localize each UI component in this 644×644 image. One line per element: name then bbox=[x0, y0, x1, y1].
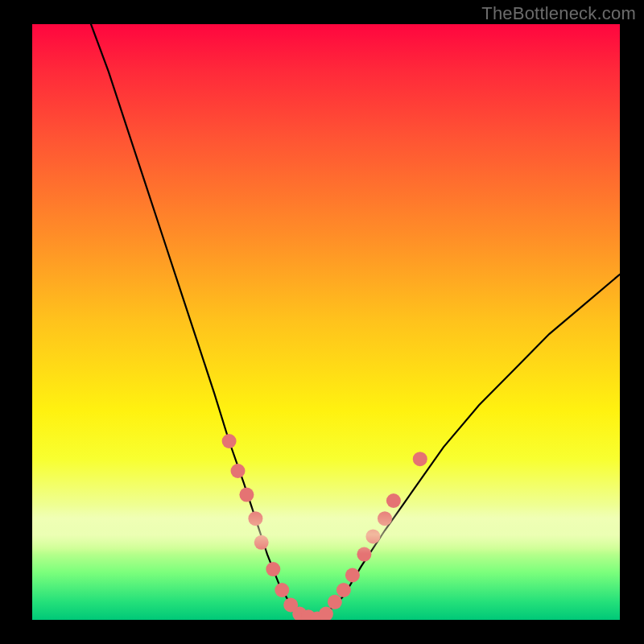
highlight-dot bbox=[357, 547, 371, 562]
curve-svg bbox=[32, 24, 620, 620]
highlight-dot bbox=[266, 562, 280, 576]
chart-container: TheBottleneck.com bbox=[0, 0, 644, 644]
plot-area bbox=[32, 24, 620, 620]
highlight-dot bbox=[386, 493, 401, 508]
highlight-dot bbox=[345, 568, 360, 583]
highlight-dot bbox=[254, 535, 269, 550]
highlight-dot bbox=[275, 583, 289, 597]
highlight-dots bbox=[222, 434, 427, 620]
highlight-dot bbox=[222, 434, 237, 448]
highlight-dot bbox=[328, 595, 342, 609]
highlight-dot bbox=[231, 464, 246, 478]
highlight-dot bbox=[378, 511, 392, 526]
highlight-dot bbox=[336, 583, 351, 597]
highlight-dot bbox=[365, 529, 380, 543]
highlight-dot bbox=[239, 488, 254, 502]
bottleneck-curve bbox=[91, 24, 620, 620]
highlight-dot bbox=[413, 452, 427, 466]
watermark-text: TheBottleneck.com bbox=[481, 3, 636, 24]
highlight-dot bbox=[248, 511, 262, 526]
